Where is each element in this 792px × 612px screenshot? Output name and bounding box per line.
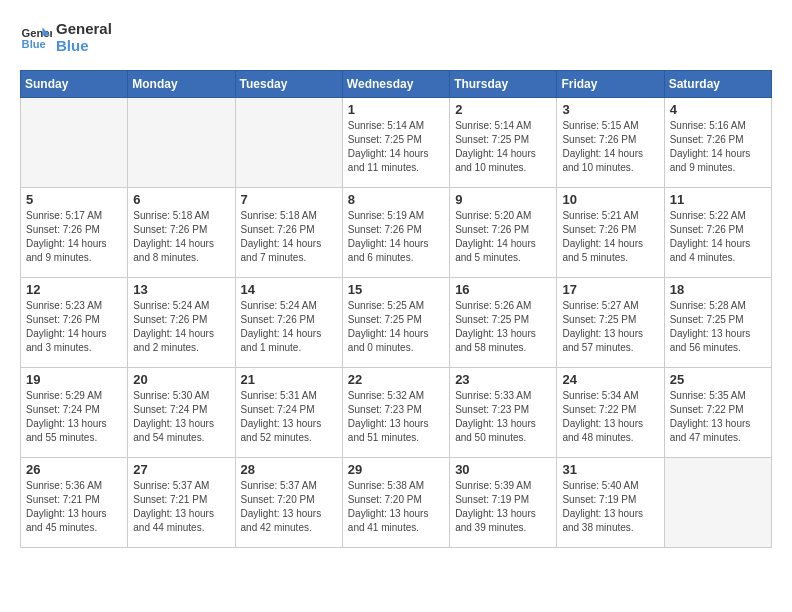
day-number: 30	[455, 462, 551, 477]
day-number: 13	[133, 282, 229, 297]
day-info: Sunrise: 5:31 AM Sunset: 7:24 PM Dayligh…	[241, 389, 337, 445]
day-info: Sunrise: 5:15 AM Sunset: 7:26 PM Dayligh…	[562, 119, 658, 175]
calendar-header-row: SundayMondayTuesdayWednesdayThursdayFrid…	[21, 71, 772, 98]
calendar-cell: 14Sunrise: 5:24 AM Sunset: 7:26 PM Dayli…	[235, 278, 342, 368]
day-info: Sunrise: 5:27 AM Sunset: 7:25 PM Dayligh…	[562, 299, 658, 355]
logo-icon: General Blue	[20, 21, 52, 53]
day-info: Sunrise: 5:30 AM Sunset: 7:24 PM Dayligh…	[133, 389, 229, 445]
calendar-cell: 26Sunrise: 5:36 AM Sunset: 7:21 PM Dayli…	[21, 458, 128, 548]
calendar-cell: 7Sunrise: 5:18 AM Sunset: 7:26 PM Daylig…	[235, 188, 342, 278]
day-info: Sunrise: 5:23 AM Sunset: 7:26 PM Dayligh…	[26, 299, 122, 355]
calendar-cell	[664, 458, 771, 548]
calendar-cell: 15Sunrise: 5:25 AM Sunset: 7:25 PM Dayli…	[342, 278, 449, 368]
calendar-cell: 11Sunrise: 5:22 AM Sunset: 7:26 PM Dayli…	[664, 188, 771, 278]
calendar-cell	[128, 98, 235, 188]
day-info: Sunrise: 5:28 AM Sunset: 7:25 PM Dayligh…	[670, 299, 766, 355]
day-number: 3	[562, 102, 658, 117]
day-number: 15	[348, 282, 444, 297]
calendar-cell: 9Sunrise: 5:20 AM Sunset: 7:26 PM Daylig…	[450, 188, 557, 278]
week-row-4: 19Sunrise: 5:29 AM Sunset: 7:24 PM Dayli…	[21, 368, 772, 458]
logo: General Blue General Blue	[20, 20, 112, 54]
calendar-cell: 8Sunrise: 5:19 AM Sunset: 7:26 PM Daylig…	[342, 188, 449, 278]
day-info: Sunrise: 5:35 AM Sunset: 7:22 PM Dayligh…	[670, 389, 766, 445]
day-number: 2	[455, 102, 551, 117]
calendar-cell: 1Sunrise: 5:14 AM Sunset: 7:25 PM Daylig…	[342, 98, 449, 188]
day-info: Sunrise: 5:20 AM Sunset: 7:26 PM Dayligh…	[455, 209, 551, 265]
calendar-cell: 13Sunrise: 5:24 AM Sunset: 7:26 PM Dayli…	[128, 278, 235, 368]
calendar-cell	[21, 98, 128, 188]
calendar-cell: 20Sunrise: 5:30 AM Sunset: 7:24 PM Dayli…	[128, 368, 235, 458]
day-info: Sunrise: 5:34 AM Sunset: 7:22 PM Dayligh…	[562, 389, 658, 445]
calendar-cell: 19Sunrise: 5:29 AM Sunset: 7:24 PM Dayli…	[21, 368, 128, 458]
calendar-cell: 5Sunrise: 5:17 AM Sunset: 7:26 PM Daylig…	[21, 188, 128, 278]
calendar-cell: 12Sunrise: 5:23 AM Sunset: 7:26 PM Dayli…	[21, 278, 128, 368]
svg-text:Blue: Blue	[22, 38, 46, 50]
day-number: 5	[26, 192, 122, 207]
day-info: Sunrise: 5:29 AM Sunset: 7:24 PM Dayligh…	[26, 389, 122, 445]
day-number: 8	[348, 192, 444, 207]
calendar-cell	[235, 98, 342, 188]
calendar-cell: 25Sunrise: 5:35 AM Sunset: 7:22 PM Dayli…	[664, 368, 771, 458]
day-info: Sunrise: 5:21 AM Sunset: 7:26 PM Dayligh…	[562, 209, 658, 265]
day-info: Sunrise: 5:32 AM Sunset: 7:23 PM Dayligh…	[348, 389, 444, 445]
calendar-cell: 30Sunrise: 5:39 AM Sunset: 7:19 PM Dayli…	[450, 458, 557, 548]
day-info: Sunrise: 5:16 AM Sunset: 7:26 PM Dayligh…	[670, 119, 766, 175]
day-number: 1	[348, 102, 444, 117]
day-number: 22	[348, 372, 444, 387]
day-info: Sunrise: 5:25 AM Sunset: 7:25 PM Dayligh…	[348, 299, 444, 355]
logo-text-blue: Blue	[56, 37, 112, 54]
day-info: Sunrise: 5:38 AM Sunset: 7:20 PM Dayligh…	[348, 479, 444, 535]
day-number: 19	[26, 372, 122, 387]
day-number: 23	[455, 372, 551, 387]
calendar-cell: 29Sunrise: 5:38 AM Sunset: 7:20 PM Dayli…	[342, 458, 449, 548]
day-number: 29	[348, 462, 444, 477]
day-number: 18	[670, 282, 766, 297]
calendar-cell: 27Sunrise: 5:37 AM Sunset: 7:21 PM Dayli…	[128, 458, 235, 548]
calendar-cell: 3Sunrise: 5:15 AM Sunset: 7:26 PM Daylig…	[557, 98, 664, 188]
day-info: Sunrise: 5:18 AM Sunset: 7:26 PM Dayligh…	[133, 209, 229, 265]
page-header: General Blue General Blue	[20, 20, 772, 54]
day-number: 16	[455, 282, 551, 297]
day-number: 31	[562, 462, 658, 477]
day-info: Sunrise: 5:37 AM Sunset: 7:20 PM Dayligh…	[241, 479, 337, 535]
day-number: 17	[562, 282, 658, 297]
calendar-table: SundayMondayTuesdayWednesdayThursdayFrid…	[20, 70, 772, 548]
day-info: Sunrise: 5:37 AM Sunset: 7:21 PM Dayligh…	[133, 479, 229, 535]
calendar-cell: 6Sunrise: 5:18 AM Sunset: 7:26 PM Daylig…	[128, 188, 235, 278]
calendar-cell: 18Sunrise: 5:28 AM Sunset: 7:25 PM Dayli…	[664, 278, 771, 368]
week-row-1: 1Sunrise: 5:14 AM Sunset: 7:25 PM Daylig…	[21, 98, 772, 188]
day-info: Sunrise: 5:24 AM Sunset: 7:26 PM Dayligh…	[241, 299, 337, 355]
calendar-cell: 24Sunrise: 5:34 AM Sunset: 7:22 PM Dayli…	[557, 368, 664, 458]
day-info: Sunrise: 5:36 AM Sunset: 7:21 PM Dayligh…	[26, 479, 122, 535]
day-number: 4	[670, 102, 766, 117]
calendar-cell: 23Sunrise: 5:33 AM Sunset: 7:23 PM Dayli…	[450, 368, 557, 458]
column-header-saturday: Saturday	[664, 71, 771, 98]
day-number: 24	[562, 372, 658, 387]
day-number: 28	[241, 462, 337, 477]
day-info: Sunrise: 5:17 AM Sunset: 7:26 PM Dayligh…	[26, 209, 122, 265]
day-number: 20	[133, 372, 229, 387]
day-info: Sunrise: 5:26 AM Sunset: 7:25 PM Dayligh…	[455, 299, 551, 355]
column-header-sunday: Sunday	[21, 71, 128, 98]
day-number: 9	[455, 192, 551, 207]
column-header-monday: Monday	[128, 71, 235, 98]
day-info: Sunrise: 5:18 AM Sunset: 7:26 PM Dayligh…	[241, 209, 337, 265]
column-header-wednesday: Wednesday	[342, 71, 449, 98]
day-info: Sunrise: 5:40 AM Sunset: 7:19 PM Dayligh…	[562, 479, 658, 535]
day-info: Sunrise: 5:14 AM Sunset: 7:25 PM Dayligh…	[348, 119, 444, 175]
week-row-3: 12Sunrise: 5:23 AM Sunset: 7:26 PM Dayli…	[21, 278, 772, 368]
calendar-cell: 10Sunrise: 5:21 AM Sunset: 7:26 PM Dayli…	[557, 188, 664, 278]
column-header-tuesday: Tuesday	[235, 71, 342, 98]
column-header-friday: Friday	[557, 71, 664, 98]
calendar-cell: 31Sunrise: 5:40 AM Sunset: 7:19 PM Dayli…	[557, 458, 664, 548]
calendar-cell: 21Sunrise: 5:31 AM Sunset: 7:24 PM Dayli…	[235, 368, 342, 458]
calendar-cell: 2Sunrise: 5:14 AM Sunset: 7:25 PM Daylig…	[450, 98, 557, 188]
calendar-cell: 4Sunrise: 5:16 AM Sunset: 7:26 PM Daylig…	[664, 98, 771, 188]
day-number: 7	[241, 192, 337, 207]
day-info: Sunrise: 5:19 AM Sunset: 7:26 PM Dayligh…	[348, 209, 444, 265]
day-number: 25	[670, 372, 766, 387]
week-row-2: 5Sunrise: 5:17 AM Sunset: 7:26 PM Daylig…	[21, 188, 772, 278]
calendar-cell: 17Sunrise: 5:27 AM Sunset: 7:25 PM Dayli…	[557, 278, 664, 368]
day-info: Sunrise: 5:39 AM Sunset: 7:19 PM Dayligh…	[455, 479, 551, 535]
logo-text-general: General	[56, 20, 112, 37]
